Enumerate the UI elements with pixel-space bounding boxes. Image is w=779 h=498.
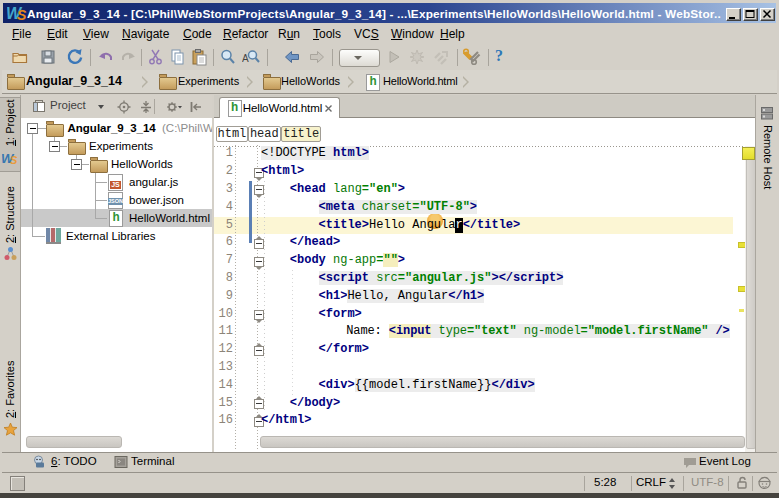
svg-text:S: S — [10, 154, 18, 166]
svg-text:S: S — [17, 7, 27, 23]
